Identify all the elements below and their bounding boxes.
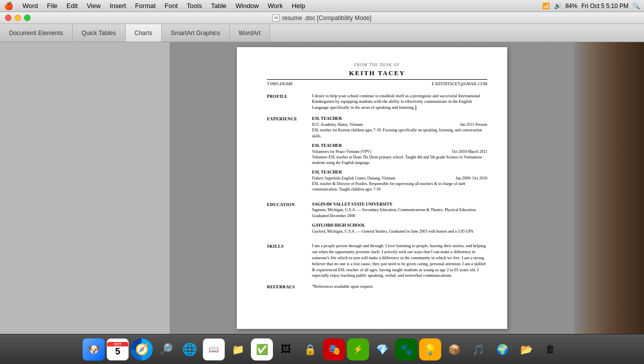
job1-header: ECC Academy, Hanoi, Vietnam Jan 2011-Pre… (312, 122, 487, 127)
tab-quick-tables[interactable]: Quick Tables (73, 24, 125, 42)
menu-tools[interactable]: Tools (183, 1, 206, 11)
doc-subheader: FROM THE DESK OF (267, 62, 487, 68)
menu-window[interactable]: Window (231, 1, 262, 11)
dock-itunes[interactable]: 🎵 (467, 338, 489, 360)
skills-label: SKILLS (267, 243, 312, 279)
job1-title: ESL TEACHER (312, 116, 487, 122)
dock-spotlight[interactable]: 🔎 (155, 338, 177, 360)
dock-app5[interactable]: 🐾 (395, 338, 417, 360)
menu-font[interactable]: Font (161, 1, 182, 11)
close-button[interactable] (5, 15, 12, 21)
title-bar: W resume .doc [Compatibility Mode] (0, 12, 644, 24)
tab-charts[interactable]: Charts (126, 24, 162, 42)
doc-contact: T 0905.436.849 E KEITHTACEY@GMAIL.COM (267, 81, 487, 87)
dock-finder[interactable]: 🐶 (83, 338, 105, 360)
doc-phone: T 0905.436.849 (267, 81, 292, 87)
job3-header: Fishers Superkids English Center, Danang… (312, 175, 487, 181)
menu-word[interactable]: Word (19, 1, 42, 11)
dock-app7[interactable]: 📦 (443, 338, 465, 360)
section-profile: PROFILE I desire to help your school con… (267, 93, 487, 111)
job2-header: Volunteers for Peace Vietnam (VPV) Oct 2… (312, 149, 487, 154)
wifi-icon: 📶 (542, 3, 550, 10)
job2-title: ESL TEACHER (312, 143, 487, 149)
volume-icon: 🔊 (554, 3, 561, 10)
menu-work[interactable]: Work (264, 1, 287, 11)
dock-reminders[interactable]: ✅ (251, 338, 273, 360)
referrals-text: *References available upon request. (312, 284, 487, 290)
school2-detail: Gaylord, Michigan, U.S.A. — General Stud… (312, 229, 487, 234)
skills-text: I am a people person through and through… (312, 243, 487, 279)
experience-content: ESL TEACHER ECC Academy, Hanoi, Vietnam … (312, 116, 487, 196)
job3-dates: Jan 2009- Oct 2010 (456, 175, 487, 181)
menu-edit[interactable]: Edit (63, 1, 82, 11)
menu-file[interactable]: File (43, 1, 62, 11)
menu-bar: 🍎 Word File Edit View Insert Format Font… (0, 0, 644, 12)
profile-text[interactable]: I desire to help your school continue to… (312, 93, 487, 111)
referrals-label: REFERRALS (267, 284, 312, 290)
dock-keychain[interactable]: 🔒 (299, 338, 321, 360)
section-experience: EXPERIENCE ESL TEACHER ECC Academy, Hano… (267, 116, 487, 196)
dock-app3[interactable]: ⚡ (347, 338, 369, 360)
battery-display: 84% (565, 3, 577, 10)
apple-logo-icon[interactable]: 🍎 (4, 2, 14, 11)
dock: 🐶 OCT 5 🧭 🔎 🌐 📖 📁 ✅ 🖼 🔒 🎭 ⚡ 💎 🐾 💡 📦 🎵 🌍 … (0, 334, 644, 364)
education-content: SAGINAW VALLEY STATE UNIVERSITY Saginaw,… (312, 202, 487, 238)
job1-dates: Jan 2011-Present (460, 122, 487, 127)
job3-title: ESL TEACHER (312, 169, 487, 175)
document-area[interactable]: FROM THE DESK OF KEITH TACEY T 0905.436.… (170, 42, 574, 334)
maximize-button[interactable] (24, 15, 31, 21)
job3-desc: ESL teacher & Director of Studies. Respo… (312, 181, 487, 192)
title-label: resume .doc [Compatibility Mode] (282, 15, 371, 22)
school2-name: GAYLORD HIGH SCHOOL (312, 223, 487, 229)
menu-view[interactable]: View (83, 1, 105, 11)
menu-help[interactable]: Help (288, 1, 309, 11)
tab-smartart[interactable]: SmartArt Graphics (162, 24, 230, 42)
doc-name: KEITH TACEY (267, 69, 487, 80)
profile-label: PROFILE (267, 93, 312, 111)
doc-icon: W (272, 15, 279, 22)
section-education: EDUCATION SAGINAW VALLEY STATE UNIVERSIT… (267, 202, 487, 238)
school1-detail: Saginaw, Michigan, U.S.A. — Secondary Ed… (312, 207, 487, 218)
job2-company: Volunteers for Peace Vietnam (VPV) (312, 149, 371, 154)
traffic-lights (5, 15, 31, 21)
menu-format[interactable]: Format (131, 1, 160, 11)
school1-name: SAGINAW VALLEY STATE UNIVERSITY (312, 202, 487, 208)
job1-company: ECC Academy, Hanoi, Vietnam (312, 122, 363, 127)
dock-chrome[interactable]: 🌐 (179, 338, 201, 360)
minimize-button[interactable] (15, 15, 21, 21)
window-title: W resume .doc [Compatibility Mode] (272, 15, 371, 22)
dock-safari[interactable]: 🧭 (131, 338, 153, 360)
experience-label: EXPERIENCE (267, 116, 312, 196)
dock-app4[interactable]: 💎 (371, 338, 393, 360)
search-icon[interactable]: 🔍 (632, 3, 640, 10)
tab-wordart[interactable]: WordArt (230, 24, 270, 42)
menu-insert[interactable]: Insert (106, 1, 130, 11)
text-cursor (416, 105, 416, 110)
job2-dates: Oct 2010-March 2011 (452, 149, 487, 154)
menu-table[interactable]: Table (207, 1, 230, 11)
right-panel (574, 42, 644, 334)
section-skills: SKILLS I am a people person through and … (267, 243, 487, 279)
left-panel (0, 42, 170, 334)
menu-bar-right: 📶 🔊 84% Fri Oct 5 5:10 PM 🔍 (542, 3, 640, 10)
dock-trash[interactable]: 🗑 (539, 338, 561, 360)
doc-email: E KEITHTACEY@GMAIL.COM (432, 81, 487, 87)
dock-photos[interactable]: 🖼 (275, 338, 297, 360)
job3-company: Fishers Superkids English Center, Danang… (312, 175, 395, 181)
job1-desc: ESL teacher for Korean children ages 7-1… (312, 127, 487, 138)
ribbon-toolbar: Document Elements Quick Tables Charts Sm… (0, 24, 644, 42)
main-area: FROM THE DESK OF KEITH TACEY T 0905.436.… (0, 42, 644, 334)
dock-dictionary[interactable]: 📖 (203, 338, 225, 360)
dock-app6[interactable]: 💡 (419, 338, 441, 360)
dock-folder[interactable]: 📂 (515, 338, 537, 360)
dock-calendar[interactable]: OCT 5 (107, 338, 129, 360)
dock-app8[interactable]: 🌍 (491, 338, 513, 360)
tab-document-elements[interactable]: Document Elements (0, 24, 73, 42)
dock-app1[interactable]: 📁 (227, 338, 249, 360)
education-label: EDUCATION (267, 202, 312, 238)
document[interactable]: FROM THE DESK OF KEITH TACEY T 0905.436.… (237, 47, 507, 329)
dock-app2[interactable]: 🎭 (323, 338, 345, 360)
time-display: Fri Oct 5 5:10 PM (581, 3, 628, 10)
job2-desc: Volunteer ESL teacher at Doan Thi Diem p… (312, 154, 487, 165)
section-referrals: REFERRALS *References available upon req… (267, 284, 487, 290)
